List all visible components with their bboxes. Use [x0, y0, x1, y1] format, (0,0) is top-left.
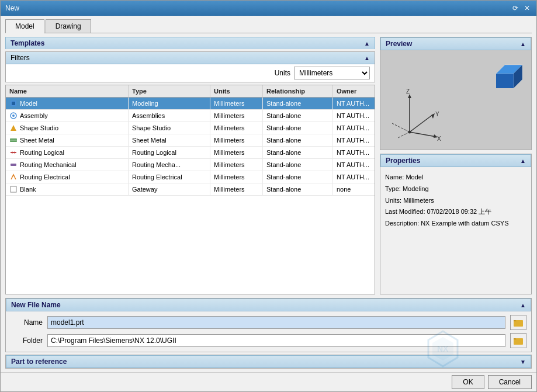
cell-units: Millimeters [210, 171, 263, 183]
table-row[interactable]: Assembly Assemblies Millimeters Stand-al… [6, 110, 375, 122]
cell-relationship: Stand-alone [263, 122, 333, 134]
cell-name: Assembly [6, 110, 129, 122]
preview-header: Preview ▲ [380, 37, 531, 50]
svg-point-8 [12, 152, 13, 154]
table-row[interactable]: Blank Gateway Millimeters Stand-alone no… [6, 183, 375, 196]
watermark: NX [420, 325, 466, 374]
cell-type: Sheet Metal [129, 134, 210, 146]
close-button[interactable]: ✕ [522, 4, 532, 13]
cell-type: Routing Mecha... [129, 159, 210, 171]
prop-type: Type: Modeling [385, 183, 526, 195]
properties-section: Properties ▲ Name: Model Type: Modeling … [380, 154, 532, 294]
new-file-chevron[interactable]: ▲ [520, 302, 526, 308]
table-row[interactable]: Model Modeling Millimeters Stand-alone N… [6, 98, 375, 110]
cell-units: Millimeters [210, 159, 263, 171]
properties-content: Name: Model Type: Modeling Units: Millim… [380, 167, 531, 234]
axes-diagram: Z Y X [386, 85, 445, 144]
assembly-icon [9, 112, 18, 120]
title-bar: New ⟳ ✕ [1, 1, 536, 16]
cell-owner: NT AUTH... [333, 98, 375, 109]
dialog-body: Model Drawing Templates ▲ Filters ▲ [1, 16, 536, 372]
col-type: Type [129, 85, 210, 97]
table-row[interactable]: Sheet Metal Sheet Metal Millimeters Stan… [6, 134, 375, 147]
svg-line-15 [410, 115, 433, 132]
filters-chevron[interactable]: ▲ [364, 55, 370, 61]
main-content: Templates ▲ Filters ▲ Units Millimeters … [5, 37, 532, 294]
cancel-button[interactable]: Cancel [488, 375, 532, 389]
title-bar-controls: ⟳ ✕ [511, 4, 532, 13]
svg-marker-16 [431, 113, 435, 119]
sheetmetal-icon [9, 136, 18, 144]
table-row[interactable]: Routing Logical Routing Logical Millimet… [6, 147, 375, 159]
cell-owner: none [333, 183, 375, 195]
name-browse-button[interactable] [510, 315, 526, 330]
title-bar-text: New [5, 4, 19, 12]
table-row[interactable]: Routing Electrical Routing Electrical Mi… [6, 171, 375, 183]
templates-label: Templates [11, 39, 44, 47]
svg-marker-24 [496, 74, 514, 88]
table-header: Name Type Units Relationship Owner [6, 85, 375, 98]
restore-button[interactable]: ⟳ [511, 4, 520, 13]
units-select[interactable]: Millimeters Inches [294, 67, 370, 79]
part-ref-label: Part to reference [11, 358, 67, 366]
properties-label: Properties [386, 157, 420, 165]
table-row[interactable]: Shape Studio Shape Studio Millimeters St… [6, 122, 375, 134]
part-ref-chevron[interactable]: ▼ [520, 359, 526, 365]
right-panel: Preview ▲ Z Y [380, 37, 532, 294]
folder-browse-icon [513, 335, 524, 346]
templates-chevron[interactable]: ▲ [364, 40, 370, 47]
cell-relationship: Stand-alone [263, 110, 333, 122]
svg-text:NX: NX [437, 344, 449, 353]
col-relationship: Relationship [263, 85, 333, 97]
preview-chevron[interactable]: ▲ [520, 41, 526, 47]
cell-type: Modeling [129, 98, 210, 109]
svg-point-9 [14, 152, 16, 154]
preview-section: Preview ▲ Z Y [380, 37, 532, 150]
cell-name: Shape Studio [6, 122, 129, 134]
svg-text:Z: Z [406, 88, 410, 95]
filters-content: Units Millimeters Inches [6, 64, 375, 82]
units-label: Units [275, 69, 290, 77]
cell-units: Millimeters [210, 122, 263, 134]
svg-rect-1 [12, 102, 15, 105]
svg-rect-10 [11, 164, 16, 166]
cell-owner: NT AUTH... [333, 110, 375, 122]
table-row[interactable]: Routing Mechanical Routing Mecha... Mill… [6, 159, 375, 171]
properties-chevron[interactable]: ▲ [520, 158, 526, 164]
ok-button[interactable]: OK [452, 375, 484, 389]
cell-name: Routing Logical [6, 147, 129, 158]
svg-line-22 [398, 132, 410, 138]
folder-browse-button[interactable] [510, 333, 526, 348]
cell-owner: NT AUTH... [333, 171, 375, 183]
cell-type: Shape Studio [129, 122, 210, 134]
cell-type: Routing Logical [129, 147, 210, 158]
svg-text:Y: Y [435, 111, 439, 117]
folder-label: Folder [11, 337, 43, 345]
svg-point-3 [12, 115, 15, 117]
preview-content: Z Y X [380, 50, 531, 150]
routing-logical-icon [9, 148, 18, 157]
routing-mech-icon [9, 161, 18, 169]
prop-units: Units: Millimeters [385, 195, 526, 207]
col-owner: Owner [333, 85, 375, 97]
new-file-header: New File Name ▲ [6, 299, 531, 311]
cell-owner: NT AUTH... [333, 147, 375, 158]
tab-model[interactable]: Model [5, 19, 44, 33]
cell-units: Millimeters [210, 147, 263, 158]
cell-name: Routing Mechanical [6, 159, 129, 171]
cell-name: Sheet Metal [6, 134, 129, 146]
cell-units: Millimeters [210, 110, 263, 122]
cell-units: Millimeters [210, 183, 263, 195]
model-icon [9, 99, 18, 107]
folder-icon [513, 317, 524, 328]
tab-drawing[interactable]: Drawing [46, 19, 91, 33]
cell-owner: NT AUTH... [333, 134, 375, 146]
templates-table: Name Type Units Relationship Owner Model [5, 85, 375, 294]
new-dialog: New ⟳ ✕ Model Drawing Templates ▲ [0, 0, 537, 392]
cell-units: Millimeters [210, 134, 263, 146]
templates-section-header: Templates ▲ [5, 37, 375, 49]
cell-relationship: Stand-alone [263, 98, 333, 109]
properties-header: Properties ▲ [380, 154, 531, 167]
cell-type: Assemblies [129, 110, 210, 122]
prop-description: Description: NX Example with datum CSYS [385, 218, 526, 230]
